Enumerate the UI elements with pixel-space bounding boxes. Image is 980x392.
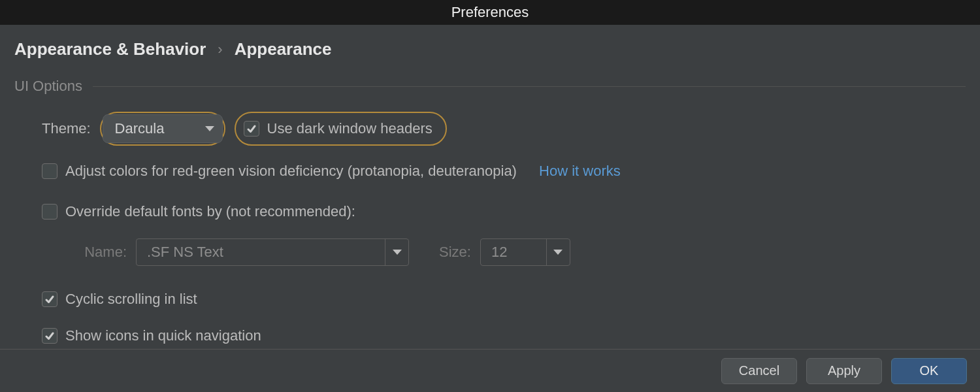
chevron-down-icon: [205, 126, 214, 131]
show-icons-quicknav-row: Show icons in quick navigation: [42, 321, 966, 351]
dialog-footer: Cancel Apply OK: [0, 349, 980, 392]
ui-options-body: Theme: Darcula Use dark window headers: [14, 112, 966, 351]
section-title-text: UI Options: [14, 78, 82, 95]
adjust-colors-checkbox[interactable]: Adjust colors for red-green vision defic…: [42, 163, 517, 180]
highlight-ring: Darcula: [100, 112, 225, 146]
dark-headers-checkbox[interactable]: Use dark window headers: [237, 114, 444, 143]
checkbox-icon: [42, 163, 57, 179]
checkbox-icon: [42, 204, 57, 220]
cyclic-scrolling-row: Cyclic scrolling in list: [42, 284, 966, 314]
preferences-content: Appearance & Behavior › Appearance UI Op…: [0, 25, 980, 351]
breadcrumb-leaf: Appearance: [235, 39, 332, 59]
font-name-label: Name:: [68, 244, 127, 261]
dropdown-button[interactable]: [546, 239, 570, 265]
how-it-works-link[interactable]: How it works: [539, 163, 621, 180]
chevron-down-icon: [393, 250, 402, 255]
chevron-right-icon: ›: [218, 41, 222, 58]
cancel-button[interactable]: Cancel: [721, 358, 797, 384]
font-name-select[interactable]: .SF NS Text: [136, 238, 409, 266]
ui-options-section-header: UI Options: [14, 78, 966, 95]
override-fonts-row: Override default fonts by (not recommend…: [42, 197, 966, 227]
breadcrumb-root[interactable]: Appearance & Behavior: [14, 39, 206, 59]
override-fonts-label: Override default fonts by (not recommend…: [65, 203, 355, 220]
dropdown-button[interactable]: [385, 239, 408, 265]
checkbox-icon: [42, 291, 57, 307]
font-size-select[interactable]: 12: [480, 238, 570, 266]
adjust-colors-label: Adjust colors for red-green vision defic…: [65, 163, 517, 180]
show-icons-quicknav-label: Show icons in quick navigation: [65, 327, 261, 344]
section-divider: [93, 86, 966, 87]
show-icons-quicknav-checkbox[interactable]: Show icons in quick navigation: [42, 327, 261, 344]
ok-button[interactable]: OK: [891, 358, 967, 384]
font-size-label: Size:: [439, 244, 471, 261]
dark-headers-label: Use dark window headers: [267, 120, 433, 137]
checkbox-icon: [42, 328, 57, 344]
checkbox-icon: [244, 121, 259, 137]
highlight-ring: Use dark window headers: [235, 112, 447, 146]
font-row: Name: .SF NS Text Size: 12: [68, 237, 966, 267]
window-title: Preferences: [451, 4, 529, 21]
apply-button[interactable]: Apply: [806, 358, 882, 384]
font-size-value: 12: [481, 244, 546, 261]
adjust-colors-row: Adjust colors for red-green vision defic…: [42, 156, 966, 186]
theme-label: Theme:: [42, 120, 91, 137]
cyclic-scrolling-checkbox[interactable]: Cyclic scrolling in list: [42, 291, 197, 308]
theme-select[interactable]: Darcula: [103, 114, 223, 143]
override-fonts-checkbox[interactable]: Override default fonts by (not recommend…: [42, 203, 355, 220]
cyclic-scrolling-label: Cyclic scrolling in list: [65, 291, 197, 308]
font-name-value: .SF NS Text: [137, 244, 385, 261]
window-titlebar: Preferences: [0, 0, 980, 25]
theme-value: Darcula: [115, 120, 165, 137]
theme-row: Theme: Darcula Use dark window headers: [42, 112, 966, 146]
chevron-down-icon: [553, 250, 563, 255]
breadcrumb: Appearance & Behavior › Appearance: [14, 39, 966, 59]
